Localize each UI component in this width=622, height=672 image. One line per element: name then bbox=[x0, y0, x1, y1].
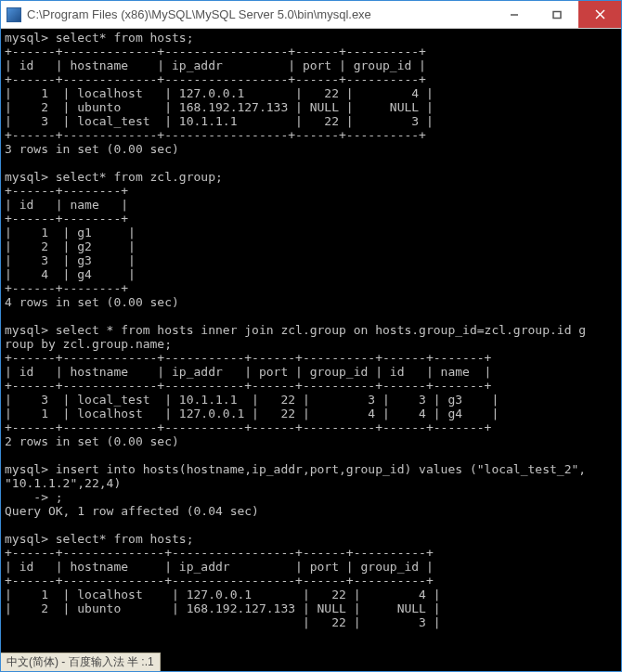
svg-rect-1 bbox=[553, 11, 561, 18]
title-bar[interactable]: C:\Program Files (x86)\MySQL\MySQL Serve… bbox=[1, 1, 621, 29]
cmd-icon bbox=[6, 7, 21, 22]
ime-status-bar[interactable]: 中文(简体) - 百度输入法 半 :.1 bbox=[1, 653, 161, 671]
app-window: C:\Program Files (x86)\MySQL\MySQL Serve… bbox=[0, 0, 622, 672]
terminal-output[interactable]: mysql> select* from hosts; +------+-----… bbox=[1, 29, 621, 671]
maximize-button[interactable] bbox=[536, 1, 578, 28]
close-button[interactable] bbox=[578, 1, 621, 28]
window-buttons bbox=[493, 1, 621, 28]
minimize-button[interactable] bbox=[493, 1, 536, 28]
window-title: C:\Program Files (x86)\MySQL\MySQL Serve… bbox=[27, 7, 493, 21]
